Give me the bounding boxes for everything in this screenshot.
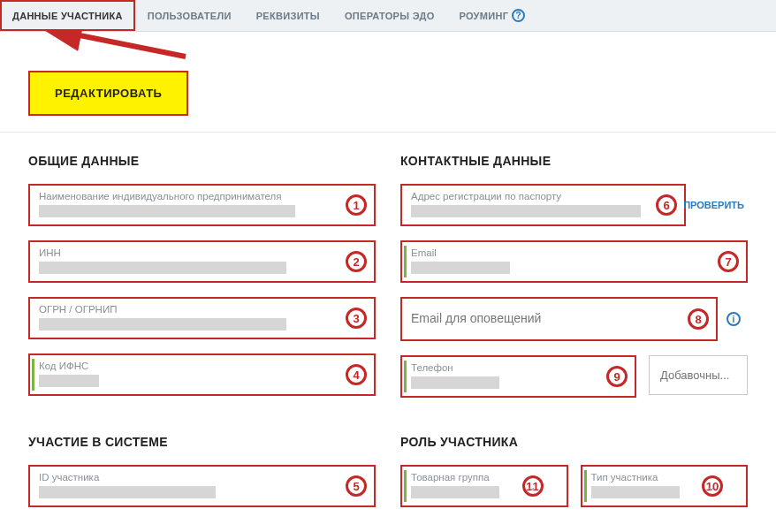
chevron-down-icon: ⌄ [527, 480, 536, 493]
form-columns-bottom: УЧАСТИЕ В СИСТЕМЕ ID участника 5 РОЛЬ УЧ… [0, 428, 776, 532]
field-label: Наименование индивидуального предпринима… [39, 191, 365, 201]
section-title-role: РОЛЬ УЧАСТНИКА [400, 435, 748, 449]
section-title-system: УЧАСТИЕ В СИСТЕМЕ [28, 435, 376, 449]
accent-bar [404, 246, 407, 277]
field-email[interactable]: Email 7 [400, 240, 748, 283]
annotation-badge-8: 8 [688, 308, 709, 330]
field-label: ОГРН / ОГРНИП [39, 304, 365, 315]
field-participant-id[interactable]: ID участника 5 [28, 465, 376, 507]
field-ifns-code[interactable]: Код ИФНС 4 [28, 353, 376, 396]
form-columns-top: ОБЩИЕ ДАННЫЕ Наименование индивидуальног… [0, 133, 776, 428]
arrow-icon [35, 30, 194, 72]
section-title-contact: КОНТАКТНЫЕ ДАННЫЕ [400, 154, 748, 168]
section-title-general: ОБЩИЕ ДАННЫЕ [28, 154, 376, 168]
field-label: Email для оповещений [411, 311, 707, 325]
tab-edo-operators[interactable]: ОПЕРАТОРЫ ЭДО [332, 0, 447, 31]
tab-roaming[interactable]: РОУМИНГ ? [447, 0, 538, 31]
field-label: Код ИФНС [39, 361, 365, 371]
annotation-badge-9: 9 [606, 366, 628, 387]
redacted-value [39, 486, 216, 498]
field-label: Email [411, 247, 737, 258]
field-inn[interactable]: ИНН 2 [28, 240, 376, 283]
tab-participant-data[interactable]: ДАННЫЕ УЧАСТНИКА [0, 0, 135, 31]
field-label: ИНН [39, 247, 365, 258]
accent-bar [584, 470, 587, 502]
info-icon[interactable]: i [727, 312, 741, 326]
tab-label: ОПЕРАТОРЫ ЭДО [345, 11, 435, 21]
redacted-value [591, 486, 680, 498]
role-row: Товарная группа 11 ⌄ Тип участника 10 ⌄ [400, 465, 748, 507]
annotation-badge-7: 7 [718, 251, 739, 272]
field-phone[interactable]: Телефон 9 [400, 355, 636, 398]
col-general: ОБЩИЕ ДАННЫЕ Наименование индивидуальног… [28, 154, 376, 410]
tab-label: РЕКВИЗИТЫ [256, 11, 320, 21]
button-label: РЕДАКТИРОВАТЬ [55, 87, 162, 100]
annotation-badge-1: 1 [346, 194, 367, 216]
field-registration-address[interactable]: Адрес регистрации по паспорту 6 ПРОВЕРИТ… [400, 184, 686, 226]
tab-users[interactable]: ПОЛЬЗОВАТЕЛИ [135, 0, 244, 31]
phone-row: Телефон 9 [400, 355, 748, 398]
field-label: Адрес регистрации по паспорту [411, 191, 675, 201]
field-participant-type[interactable]: Тип участника 10 ⌄ [581, 465, 749, 507]
edit-button-container: РЕДАКТИРОВАТЬ [0, 64, 776, 132]
redacted-value [39, 262, 286, 274]
redacted-value [39, 375, 99, 387]
tab-bar: ДАННЫЕ УЧАСТНИКА ПОЛЬЗОВАТЕЛИ РЕКВИЗИТЫ … [0, 0, 776, 32]
accent-bar [404, 361, 407, 392]
redacted-value [411, 262, 510, 274]
annotation-badge-2: 2 [346, 251, 367, 272]
annotation-arrow [0, 32, 776, 64]
col-role: РОЛЬ УЧАСТНИКА Товарная группа 11 ⌄ Тип … [400, 435, 748, 521]
verify-link[interactable]: ПРОВЕРИТЬ [683, 200, 744, 210]
accent-bar [32, 359, 34, 391]
field-notification-email[interactable]: Email для оповещений 8 i [400, 297, 718, 341]
chevron-down-icon: ⌄ [706, 480, 716, 493]
annotation-badge-4: 4 [346, 364, 367, 385]
tab-requisites[interactable]: РЕКВИЗИТЫ [244, 0, 332, 31]
field-ogrn[interactable]: ОГРН / ОГРНИП 3 [28, 297, 376, 339]
accent-bar [404, 470, 407, 502]
redacted-value [39, 205, 295, 217]
annotation-badge-5: 5 [346, 475, 367, 497]
col-contact: КОНТАКТНЫЕ ДАННЫЕ Адрес регистрации по п… [400, 154, 748, 410]
redacted-value [39, 318, 286, 331]
annotation-badge-3: 3 [346, 308, 367, 329]
redacted-value [411, 486, 499, 498]
annotation-badge-6: 6 [656, 194, 677, 216]
redacted-value [411, 376, 499, 389]
redacted-value [411, 205, 641, 217]
field-product-group[interactable]: Товарная группа 11 ⌄ [400, 465, 568, 507]
tab-label: ДАННЫЕ УЧАСТНИКА [12, 11, 123, 21]
field-entrepreneur-name[interactable]: Наименование индивидуального предпринима… [28, 184, 376, 226]
field-label: ID участника [39, 472, 365, 483]
field-phone-extension[interactable] [649, 355, 748, 395]
edit-button[interactable]: РЕДАКТИРОВАТЬ [28, 71, 188, 116]
col-system: УЧАСТИЕ В СИСТЕМЕ ID участника 5 [28, 435, 376, 521]
field-label: Телефон [411, 362, 626, 373]
svg-line-0 [71, 34, 186, 57]
tab-label: РОУМИНГ [460, 11, 509, 21]
help-icon[interactable]: ? [512, 9, 525, 22]
tab-label: ПОЛЬЗОВАТЕЛИ [148, 11, 232, 21]
